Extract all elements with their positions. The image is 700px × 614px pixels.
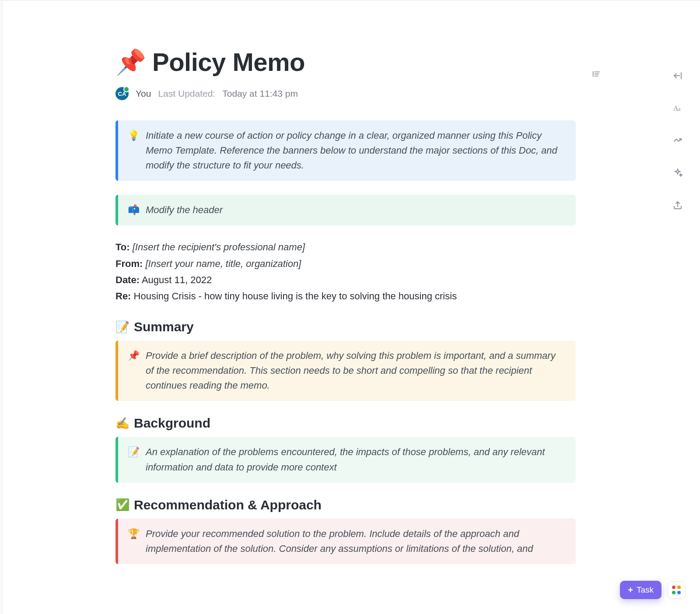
intro-banner-text: Initiate a new course of action or polic…	[146, 128, 566, 173]
pushpin-icon: 📌	[128, 348, 140, 393]
check-icon: ✅	[116, 498, 130, 512]
intro-banner[interactable]: 💡 Initiate a new course of action or pol…	[116, 120, 576, 181]
content-fade	[116, 575, 576, 614]
re-label: Re:	[116, 291, 131, 302]
plus-icon: +	[628, 586, 633, 594]
field-to: To: [Insert the recipient's professional…	[116, 239, 576, 255]
recommendation-banner-text: Provide your recommended solution to the…	[146, 526, 566, 556]
mailbox-icon: 📫	[128, 203, 140, 218]
summary-banner[interactable]: 📌 Provide a brief description of the pro…	[116, 340, 576, 401]
recommendation-banner[interactable]: 🏆 Provide your recommended solution to t…	[116, 519, 576, 564]
summary-banner-text: Provide a brief description of the probl…	[146, 348, 566, 393]
svg-text:a: a	[678, 106, 681, 112]
background-banner-text: An explanation of the problems encounter…	[146, 445, 566, 474]
memo-icon: 📝	[116, 320, 130, 334]
from-label: From:	[116, 258, 143, 269]
new-task-label: Task	[637, 585, 654, 595]
page-title-row[interactable]: 📌 Policy Memo	[116, 47, 576, 77]
modify-header-banner[interactable]: 📫 Modify the header	[116, 195, 576, 225]
writing-hand-icon: ✍️	[116, 417, 130, 430]
apps-button[interactable]	[668, 581, 685, 599]
to-value: [Insert the recipient's professional nam…	[133, 242, 305, 253]
top-hairline	[0, 0, 700, 1]
title-emoji: 📌	[116, 50, 146, 74]
heading-background-text: Background	[134, 416, 210, 431]
left-gutter	[0, 0, 3, 614]
re-value: Housing Crisis - how tiny house living i…	[134, 291, 457, 302]
page-title: Policy Memo	[152, 47, 305, 77]
apps-grid-icon	[672, 586, 681, 594]
field-re: Re: Housing Crisis - how tiny house livi…	[116, 288, 576, 304]
header-fields[interactable]: To: [Insert the recipient's professional…	[116, 239, 576, 304]
field-date: Date: August 11, 2022	[116, 272, 576, 288]
avatar[interactable]: CA	[116, 87, 129, 100]
author-you-label: You	[136, 88, 151, 99]
side-tool-rail: A a	[670, 68, 685, 213]
lightbulb-icon: 💡	[128, 128, 140, 173]
share-button[interactable]	[670, 198, 685, 213]
ai-tools-button[interactable]	[670, 133, 685, 148]
trophy-icon: 🏆	[128, 526, 140, 556]
heading-recommendation-text: Recommendation & Approach	[134, 498, 322, 512]
heading-background[interactable]: ✍️ Background	[116, 416, 576, 431]
new-task-button[interactable]: + Task	[620, 581, 662, 599]
sparkle-button[interactable]	[670, 165, 685, 180]
last-updated-label: Last Updated:	[158, 88, 215, 99]
background-banner[interactable]: 📝 An explanation of the problems encount…	[116, 437, 576, 482]
modify-header-text: Modify the header	[146, 203, 223, 218]
heading-recommendation[interactable]: ✅ Recommendation & Approach	[116, 498, 576, 512]
date-label: Date:	[116, 274, 140, 285]
heading-summary[interactable]: 📝 Summary	[116, 319, 576, 334]
typography-button[interactable]: A a	[670, 101, 685, 116]
meta-row: CA You Last Updated: Today at 11:43 pm	[116, 87, 576, 100]
line-spacing-button[interactable]	[590, 67, 603, 81]
date-value: August 11, 2022	[142, 274, 212, 285]
last-updated-value: Today at 11:43 pm	[222, 88, 298, 99]
document: 📌 Policy Memo CA You Last Updated: Today…	[116, 47, 576, 578]
collapse-panel-button[interactable]	[670, 68, 685, 83]
field-from: From: [Insert your name, title, organiza…	[116, 256, 576, 271]
memo-icon: 📝	[128, 445, 140, 474]
to-label: To:	[116, 242, 130, 253]
heading-summary-text: Summary	[134, 319, 194, 334]
from-value: [Insert your name, title, organization]	[145, 258, 301, 269]
bottom-actions: + Task	[620, 581, 685, 599]
